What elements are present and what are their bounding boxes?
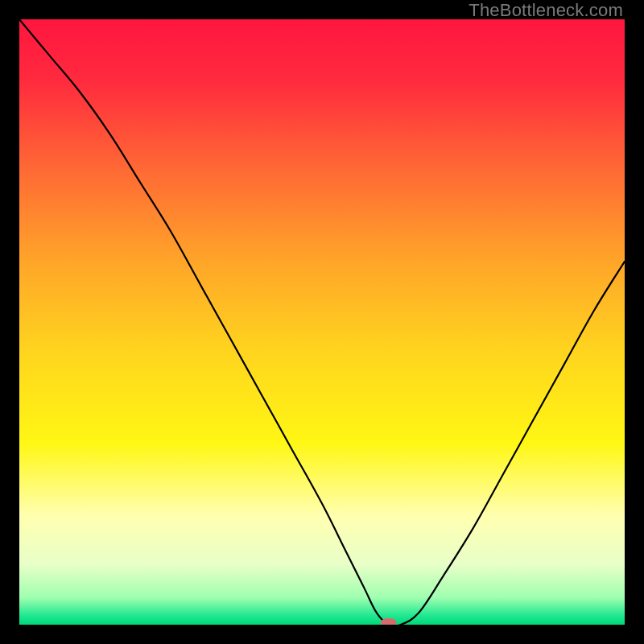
gradient-background [19,19,625,625]
chart-frame [19,19,625,625]
watermark-text: TheBottleneck.com [469,0,623,21]
bottleneck-chart [19,19,625,625]
